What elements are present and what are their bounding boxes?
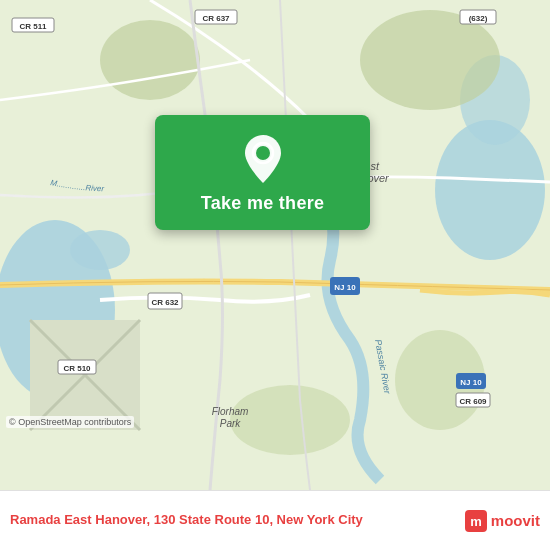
svg-text:CR 511: CR 511 xyxy=(19,22,47,31)
address-text: Ramada East Hanover, 130 State Route 10,… xyxy=(10,511,465,529)
svg-text:NJ 10: NJ 10 xyxy=(334,283,356,292)
location-pin-icon xyxy=(237,133,289,185)
moovit-logo: m moovit xyxy=(465,510,540,532)
svg-point-8 xyxy=(360,10,500,110)
take-me-there-label: Take me there xyxy=(201,193,325,214)
svg-text:CR 637: CR 637 xyxy=(202,14,230,23)
svg-point-9 xyxy=(100,20,200,100)
moovit-text: moovit xyxy=(491,512,540,529)
take-me-there-card[interactable]: Take me there xyxy=(155,115,370,230)
moovit-brand-icon: m xyxy=(465,510,487,532)
svg-text:(632): (632) xyxy=(469,14,488,23)
svg-point-2 xyxy=(70,230,130,270)
svg-text:CR 510: CR 510 xyxy=(63,364,91,373)
svg-text:CR 609: CR 609 xyxy=(459,397,487,406)
svg-text:Florham: Florham xyxy=(212,406,249,417)
map-view: CR 511 CR 637 (632) East Hanover Ha... F… xyxy=(0,0,550,490)
address-label: Ramada East Hanover, 130 State Route 10,… xyxy=(10,512,363,527)
svg-text:Park: Park xyxy=(220,418,242,429)
osm-attribution: © OpenStreetMap contributors xyxy=(6,416,134,428)
svg-text:NJ 10: NJ 10 xyxy=(460,378,482,387)
svg-text:CR 632: CR 632 xyxy=(151,298,179,307)
bottom-bar: Ramada East Hanover, 130 State Route 10,… xyxy=(0,490,550,550)
svg-point-10 xyxy=(230,385,350,455)
svg-point-35 xyxy=(256,146,270,160)
svg-text:m: m xyxy=(470,514,482,529)
